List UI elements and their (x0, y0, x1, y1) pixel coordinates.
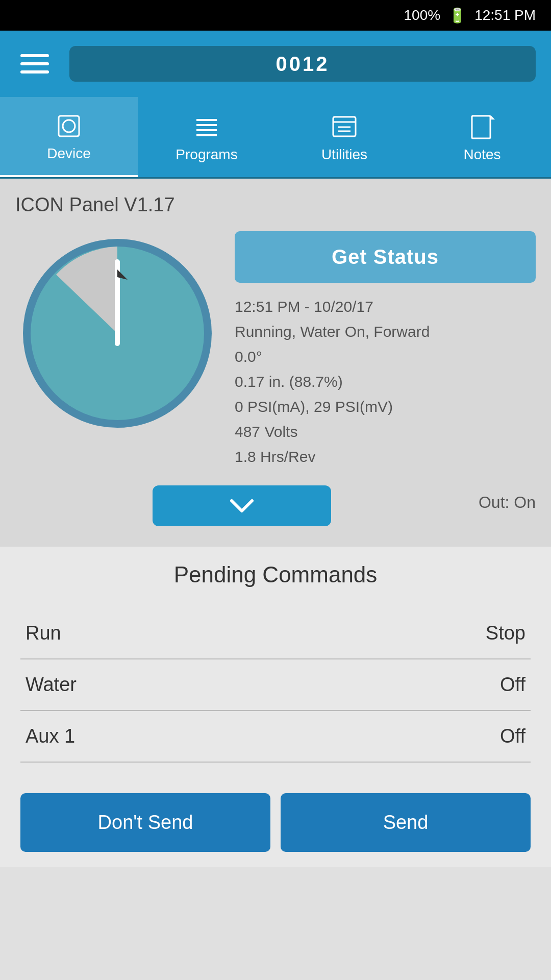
hamburger-button[interactable] (15, 49, 54, 79)
status-line-0: 12:51 PM - 10/20/17 (235, 295, 536, 318)
tab-programs[interactable]: Programs (138, 97, 276, 177)
scroll-down-button[interactable] (153, 485, 331, 526)
status-line-2: 0.0° (235, 345, 536, 368)
command-value-aux1: Off (500, 725, 525, 747)
hamburger-line (20, 54, 49, 57)
programs-icon (191, 112, 222, 142)
tab-device[interactable]: Device (0, 97, 138, 177)
command-label-run: Run (26, 622, 486, 644)
utilities-icon (329, 112, 360, 142)
status-section: Get Status 12:51 PM - 10/20/17 Running, … (15, 231, 536, 470)
pending-commands-section: Pending Commands Run Stop Water Off Aux … (0, 547, 551, 778)
app-bar: 0012 (0, 31, 551, 97)
main-content: ICON Panel V1.17 Get Status 12:51 PM - 1… (0, 179, 551, 547)
command-row-water: Water Off (20, 659, 531, 711)
tab-utilities-label: Utilities (321, 146, 367, 163)
svg-rect-0 (59, 116, 79, 136)
device-id-text: 0012 (276, 53, 330, 76)
command-value-run: Stop (486, 622, 525, 644)
gauge-container (15, 231, 219, 435)
dont-send-button[interactable]: Don't Send (20, 793, 270, 852)
status-line-6: 1.8 Hrs/Rev (235, 445, 536, 468)
status-line-1: Running, Water On, Forward (235, 320, 536, 343)
tab-utilities[interactable]: Utilities (276, 97, 413, 177)
device-id-badge: 0012 (69, 46, 536, 82)
hamburger-line (20, 70, 49, 74)
tab-programs-label: Programs (176, 146, 237, 163)
svg-point-1 (63, 120, 75, 132)
command-row-run: Run Stop (20, 608, 531, 659)
status-line-3: 0.17 in. (88.7%) (235, 370, 536, 393)
status-line-5: 487 Volts (235, 420, 536, 443)
command-label-water: Water (26, 674, 500, 696)
tab-notes[interactable]: Notes (413, 97, 551, 177)
command-value-water: Off (500, 674, 525, 696)
status-info: Get Status 12:51 PM - 10/20/17 Running, … (235, 231, 536, 470)
device-icon (54, 111, 84, 141)
status-line-7: Out: On (479, 490, 536, 514)
gauge-svg (15, 231, 219, 435)
status-bar: 100% 🔋 12:51 PM (0, 0, 551, 31)
battery-icon: 🔋 (448, 7, 466, 24)
get-status-button[interactable]: Get Status (235, 231, 536, 283)
command-row-aux1: Aux 1 Off (20, 711, 531, 763)
pending-commands-title: Pending Commands (20, 562, 531, 587)
tab-device-label: Device (47, 145, 91, 162)
tab-bar: Device Programs Utilities (0, 97, 551, 179)
status-line-4: 0 PSI(mA), 29 PSI(mV) (235, 395, 536, 418)
svg-rect-10 (472, 116, 490, 138)
send-button[interactable]: Send (281, 793, 531, 852)
command-label-aux1: Aux 1 (26, 725, 500, 747)
panel-title: ICON Panel V1.17 (15, 194, 536, 216)
hamburger-line (20, 62, 49, 65)
clock: 12:51 PM (474, 7, 536, 23)
bottom-buttons: Don't Send Send (0, 778, 551, 867)
battery-percent: 100% (404, 7, 441, 23)
tab-notes-label: Notes (463, 146, 500, 163)
notes-icon (467, 112, 497, 142)
